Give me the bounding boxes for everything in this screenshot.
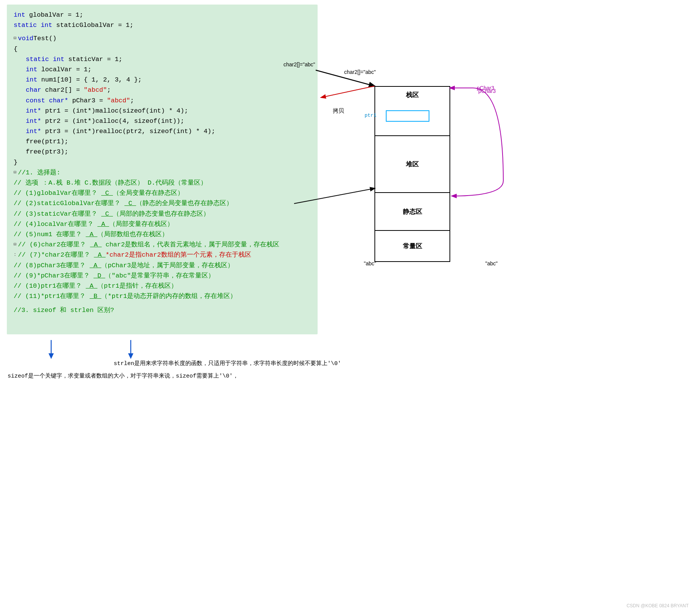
sizeof-note: sizeof是一个关键字，求变量或者数组的大小，对于字符串来说，sizeof需要… <box>8 372 692 379</box>
svg-line-1 <box>321 86 374 97</box>
code-ptr2: int* ptr2 = (int*)calloc(4, sizeof(int))… <box>14 116 311 126</box>
comment-options: // 选项 ：A.栈 B.堆 C.数据段（静态区） D.代码段（常量区） <box>14 178 311 188</box>
stack-label: 栈区 <box>406 91 419 99</box>
abc-right-label: "abc" <box>485 260 498 266</box>
code-ptr3: int* ptr3 = (int*)realloc(ptr2, sizeof(i… <box>14 126 311 136</box>
svg-marker-8 <box>49 353 54 359</box>
comment-q6: ⊟ // (6)char2在哪里？ _A_ char2是数组名，代表首元素地址，… <box>14 240 311 250</box>
code-panel: int globalVar = 1; static int staticGlob… <box>7 5 318 334</box>
char2-label: char2[]="abc" <box>344 69 376 75</box>
mem-heap: 堆区 <box>375 136 449 193</box>
static-label: 静态区 <box>403 207 422 216</box>
sizeof-question: //3. sizeof 和 strlen 区别? <box>14 305 311 315</box>
comment-q3: // (3)staticVar在哪里？ _C_（局部的静态变量也存在静态区） <box>14 209 311 219</box>
keyword-void: void <box>18 33 33 44</box>
const-label: 常量区 <box>403 242 422 251</box>
comment-q1: // (1)globalVar在哪里？ _C_（全局变量存在静态区） <box>14 188 311 198</box>
code-brace-close: } <box>14 157 311 168</box>
arrow-down-right-svg <box>125 340 136 359</box>
code-func-def: ⊟ void Test() <box>14 33 311 44</box>
ptr1-inner-box: ptr1 <box>386 110 429 122</box>
comment-q5: // (5)num1 在哪里？ _A_（局部数组也存在栈区） <box>14 229 311 240</box>
comment-q9: // (9)*pChar3在哪里？ _D_（"abc"是常量字符串，存在常量区） <box>14 271 311 281</box>
comment-q11: // (11)*ptr1在哪里？ _B_（*ptr1是动态开辟的内存的数组，存在… <box>14 291 311 301</box>
arrow-down-left-svg <box>45 340 57 359</box>
keyword-int: int <box>14 11 25 19</box>
comment-q2: // (2)staticGlobalVar在哪里？ _C_（静态的全局变量也存在… <box>14 198 311 208</box>
ptr1-inner-label: ptr1 <box>365 113 376 118</box>
memory-diagram: 栈区 ptr1 堆区 静态区 常量 <box>374 86 450 262</box>
code-brace-open: { <box>14 44 311 54</box>
code-ptr1: int* ptr1 = (int*)malloc(sizeof(int) * 4… <box>14 106 311 116</box>
code-static-var: static int staticVar = 1; <box>14 54 311 64</box>
code-local-var: int localVar = 1; <box>14 64 311 75</box>
code-free1: free(ptr1); <box>14 136 311 147</box>
svg-marker-10 <box>128 353 133 359</box>
left-margin-icon: : <box>14 251 16 259</box>
code-line-1: int globalVar = 1; <box>14 10 311 20</box>
keyword-static: static <box>14 22 37 29</box>
watermark: CSDN @KOBE 0824 BRYANT <box>626 603 689 608</box>
svg-text:拷贝: 拷贝 <box>333 107 344 114</box>
code-free3: free(ptr3); <box>14 147 311 157</box>
mem-static: 静态区 <box>375 193 449 231</box>
bottom-section: strlen是用来求字符串长度的函数，只适用于字符串，求字符串长度的时候不要算上… <box>0 340 700 387</box>
comment-q10: // (10)ptr1在哪里？ _A_（ptr1是指针，存在栈区） <box>14 281 311 291</box>
collapse-icon-2: ⊟ <box>14 169 16 176</box>
pchar3-label: pChar3 <box>478 88 496 94</box>
collapse-icon-3: ⊟ <box>14 241 16 248</box>
comment-q4: // (4)localVar在哪里？ _A_（局部变量存在栈区） <box>14 219 311 229</box>
code-line-2: static int staticGlobalVar = 1; <box>14 20 311 30</box>
comment-q8: // (8)pChar3在哪里？ _A_（pChar3是地址，属于局部变量，存在… <box>14 260 311 271</box>
comment-q7: : // (7)*char2在哪里？ _A_ *char2是指char2数组的第… <box>14 250 311 260</box>
collapse-icon: ⊟ <box>14 35 16 42</box>
mem-stack: 栈区 ptr1 <box>375 87 449 136</box>
comment-section-header: ⊟ //1. 选择题: <box>14 168 311 178</box>
diagram-panel: char2[]="abc" pChar3 栈区 ptr1 堆区 <box>340 86 500 262</box>
mem-const: 常量区 <box>375 231 449 261</box>
heap-label: 堆区 <box>406 160 419 169</box>
abc-left-label: "abc" <box>364 260 376 266</box>
strlen-note: strlen是用来求字符串长度的函数，只适用于字符串，求字符串长度的时候不要算上… <box>8 360 692 367</box>
code-pchar3: const char* pChar3 = "abcd"; <box>14 96 311 106</box>
code-char2: char char2[] = "abcd"; <box>14 85 311 95</box>
code-num1: int num1[10] = { 1, 2, 3, 4 }; <box>14 75 311 85</box>
